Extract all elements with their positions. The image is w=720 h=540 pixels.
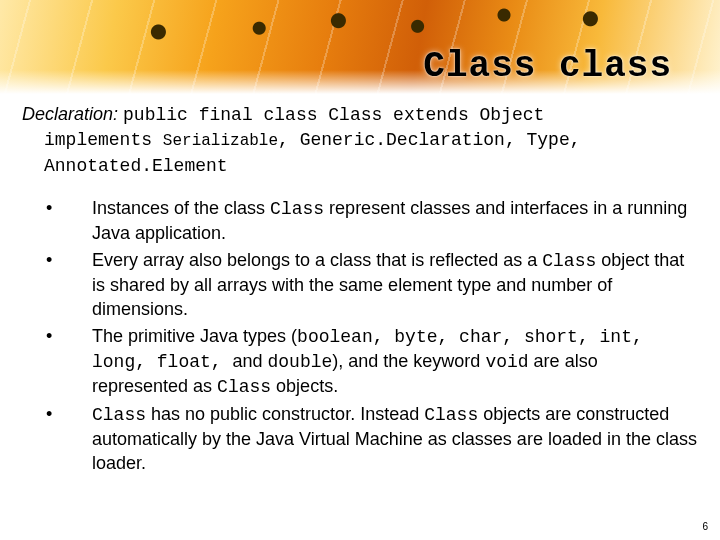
declaration-line1: public final class Class extends Object bbox=[123, 105, 544, 125]
code-double: double bbox=[267, 352, 332, 372]
bullet-text: The primitive Java types ( bbox=[92, 326, 297, 346]
declaration-line2b: Serializable bbox=[163, 132, 278, 150]
code-class: Class bbox=[424, 405, 478, 425]
code-class: Class bbox=[542, 251, 596, 271]
page-number: 6 bbox=[702, 521, 708, 532]
list-item: Class has no public constructor. Instead… bbox=[46, 402, 698, 476]
content-area: Declaration: public final class Class ex… bbox=[22, 102, 698, 477]
slide-title: Class class bbox=[423, 46, 672, 87]
code-void: void bbox=[485, 352, 528, 372]
list-item: Instances of the class Class represent c… bbox=[46, 196, 698, 246]
bullet-text: Instances of the class bbox=[92, 198, 270, 218]
bullet-text: ), and the keyword bbox=[332, 351, 485, 371]
bullet-list: Instances of the class Class represent c… bbox=[46, 196, 698, 475]
bullet-text: has no public constructor. Instead bbox=[146, 404, 424, 424]
declaration-line2a: implements bbox=[44, 130, 163, 150]
slide: Class class Declaration: public final cl… bbox=[0, 0, 720, 540]
declaration-block: Declaration: public final class Class ex… bbox=[22, 102, 698, 178]
code-class: Class bbox=[217, 377, 271, 397]
list-item: The primitive Java types (boolean, byte,… bbox=[46, 324, 698, 400]
bullet-text: objects. bbox=[271, 376, 338, 396]
list-item: Every array also belongs to a class that… bbox=[46, 248, 698, 322]
declaration-label: Declaration: bbox=[22, 104, 118, 124]
bullet-text: Every array also belongs to a class that… bbox=[92, 250, 542, 270]
code-class: Class bbox=[92, 405, 146, 425]
code-class: Class bbox=[270, 199, 324, 219]
bullet-text: and bbox=[232, 351, 267, 371]
